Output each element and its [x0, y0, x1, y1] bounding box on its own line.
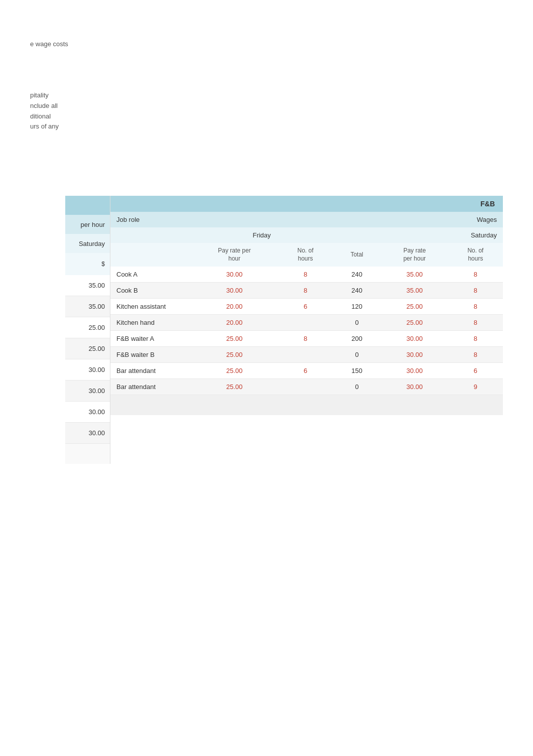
footer-row	[110, 395, 503, 415]
fri-hours-cell	[278, 379, 333, 395]
table-body: Cook A 30.00 8 240 35.00 8 Cook B 30.00 …	[110, 267, 503, 415]
header-row-days: Friday Saturday	[110, 227, 503, 243]
sat-pay-cell: 25.00	[381, 315, 448, 331]
total-cell: 150	[333, 363, 381, 379]
sat-pay-cell: 30.00	[381, 331, 448, 347]
section-header: F&B	[110, 196, 503, 212]
left-column: per hour Saturday $ 35.00 35.00 25.00 25…	[65, 196, 110, 464]
col-empty-1	[110, 227, 191, 243]
left-footer	[65, 444, 110, 464]
fri-hours-cell: 6	[278, 363, 333, 379]
table-row: Bar attendant 25.00 0 30.00 9	[110, 379, 503, 395]
fri-hours-cell	[278, 347, 333, 363]
table-row: F&B waiter A 25.00 8 200 30.00 8	[110, 331, 503, 347]
left-saturday-label: Saturday	[65, 234, 110, 253]
total-cell: 0	[333, 315, 381, 331]
fri-pay-cell: 20.00	[191, 315, 278, 331]
fri-hours-cell: 6	[278, 299, 333, 315]
fri-hours-cell: 8	[278, 283, 333, 299]
left-wages-spacer: per hour	[65, 215, 110, 234]
col-friday-header: Friday	[191, 227, 333, 243]
sat-hours-cell: 8	[448, 331, 503, 347]
sat-pay-cell: 35.00	[381, 283, 448, 299]
total-cell: 200	[333, 331, 381, 347]
sat-hours-cell: 9	[448, 379, 503, 395]
fri-pay-cell: 25.00	[191, 379, 278, 395]
table-row: Bar attendant 25.00 6 150 30.00 6	[110, 363, 503, 379]
fri-pay-cell: 30.00	[191, 283, 278, 299]
fri-pay-cell: 30.00	[191, 267, 278, 283]
right-column: F&B Job role Wages Friday Saturday	[110, 196, 503, 415]
sat-pay-cell: 25.00	[381, 299, 448, 315]
header-row-wages: Job role Wages	[110, 212, 503, 227]
subtitle-line-2: nclude all	[30, 101, 59, 111]
wages-table: Job role Wages Friday Saturday Pay rate …	[110, 212, 503, 415]
col-pay-rate-hour: Pay rate perhour	[191, 243, 278, 267]
sat-pay-cell: 30.00	[381, 363, 448, 379]
col-no-of-hours: No. ofhours	[278, 243, 333, 267]
table-row: Cook A 30.00 8 240 35.00 8	[110, 267, 503, 283]
left-currency-label: $	[65, 253, 110, 275]
job-role-cell: Cook B	[110, 283, 191, 299]
header-title: e wage costs	[30, 40, 68, 48]
left-per-hour-label: per hour	[81, 221, 105, 228]
job-role-cell: Kitchen assistant	[110, 299, 191, 315]
table-row: Cook B 30.00 8 240 35.00 8	[110, 283, 503, 299]
job-role-cell: Bar attendant	[110, 363, 191, 379]
job-role-cell: Kitchen hand	[110, 315, 191, 331]
left-row-1: 35.00	[65, 296, 110, 317]
total-cell: 0	[333, 347, 381, 363]
table-area: per hour Saturday $ 35.00 35.00 25.00 25…	[65, 196, 503, 464]
total-cell: 240	[333, 267, 381, 283]
sat-hours-cell: 8	[448, 267, 503, 283]
table-row: F&B waiter B 25.00 0 30.00 8	[110, 347, 503, 363]
table-row: Kitchen assistant 20.00 6 120 25.00 8	[110, 299, 503, 315]
total-cell: 0	[333, 379, 381, 395]
left-row-2: 25.00	[65, 317, 110, 338]
fri-hours-cell	[278, 315, 333, 331]
subtitle-line-3: ditional	[30, 111, 59, 122]
col-no-of-hours2: No. ofhours	[448, 243, 503, 267]
total-cell: 240	[333, 283, 381, 299]
col-empty-3	[110, 243, 191, 267]
page-header: e wage costs	[30, 40, 68, 48]
left-row-7: 30.00	[65, 423, 110, 444]
sat-hours-cell: 6	[448, 363, 503, 379]
sat-hours-cell: 8	[448, 299, 503, 315]
header-row-sub: Pay rate perhour No. ofhours Total Pay r…	[110, 243, 503, 267]
col-wages-header: Wages	[191, 212, 503, 227]
page-subtitle: pitality nclude all ditional urs of any	[30, 90, 59, 132]
job-role-cell: Cook A	[110, 267, 191, 283]
fri-pay-cell: 25.00	[191, 347, 278, 363]
sat-hours-cell: 8	[448, 315, 503, 331]
fri-hours-cell: 8	[278, 331, 333, 347]
left-row-6: 30.00	[65, 402, 110, 423]
job-role-cell: F&B waiter B	[110, 347, 191, 363]
sat-pay-cell: 35.00	[381, 267, 448, 283]
left-top-spacer	[65, 196, 110, 215]
total-cell: 120	[333, 299, 381, 315]
subtitle-line-1: pitality	[30, 90, 59, 101]
fri-pay-cell: 20.00	[191, 299, 278, 315]
left-row-4: 30.00	[65, 359, 110, 381]
table-row: Kitchen hand 20.00 0 25.00 8	[110, 315, 503, 331]
col-pay-rate-per-hour2: Pay rateper hour	[381, 243, 448, 267]
left-row-0: 35.00	[65, 275, 110, 296]
job-role-cell: Bar attendant	[110, 379, 191, 395]
left-row-3: 25.00	[65, 338, 110, 359]
subtitle-line-4: urs of any	[30, 121, 59, 132]
sat-pay-cell: 30.00	[381, 347, 448, 363]
section-label: F&B	[480, 200, 495, 208]
left-row-5: 30.00	[65, 381, 110, 402]
fri-pay-cell: 25.00	[191, 331, 278, 347]
fri-hours-cell: 8	[278, 267, 333, 283]
job-role-cell: F&B waiter A	[110, 331, 191, 347]
sat-pay-cell: 30.00	[381, 379, 448, 395]
fri-pay-cell: 25.00	[191, 363, 278, 379]
col-saturday-header: Saturday	[381, 227, 503, 243]
sat-hours-cell: 8	[448, 283, 503, 299]
main-container: per hour Saturday $ 35.00 35.00 25.00 25…	[65, 196, 503, 464]
col-job-role-header: Job role	[110, 212, 191, 227]
col-empty-2	[333, 227, 381, 243]
sat-hours-cell: 8	[448, 347, 503, 363]
